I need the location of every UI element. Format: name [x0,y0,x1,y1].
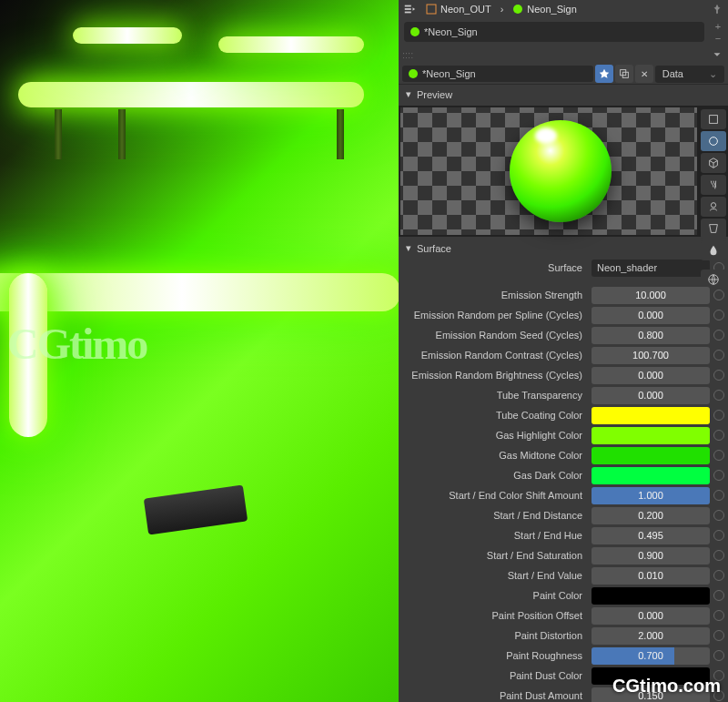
property-row: Emission Random per Spline (Cycles)0.000 [399,305,728,325]
preview-sphere-button[interactable] [701,131,726,151]
property-label: Emission Random Contrast (Cycles) [402,350,588,361]
svg-rect-2 [405,12,411,14]
color-swatch[interactable] [592,467,710,484]
material-preview[interactable] [400,107,697,235]
svg-point-10 [710,137,718,146]
node-socket-icon[interactable] [713,470,724,481]
preview-area [399,106,728,237]
preview-shaderball-button[interactable] [701,197,726,217]
number-field[interactable]: 0.010 [592,567,710,585]
svg-point-4 [513,5,522,14]
property-row: Tube Coating Color [399,405,728,425]
node-socket-icon[interactable] [713,530,724,541]
svg-point-11 [711,203,715,208]
surface-shader-dropdown[interactable]: Neon_shader [592,259,710,277]
slot-specials-icon[interactable] [710,47,724,62]
number-field[interactable]: 0.800 [592,327,710,344]
node-socket-icon[interactable] [713,370,724,381]
svg-rect-0 [405,5,411,7]
preview-cloth-button[interactable] [701,219,726,239]
remove-slot-button[interactable]: − [710,33,726,44]
breadcrumb-material[interactable]: Neon_Sign [507,2,581,16]
node-socket-icon[interactable] [713,310,724,320]
property-label: Start / End Color Shift Amount [402,490,588,501]
node-socket-icon[interactable] [713,510,724,521]
corner-watermark: CGtimo.com [612,676,721,697]
node-socket-icon[interactable] [713,410,724,421]
node-socket-icon[interactable] [713,590,724,601]
property-row: Emission Random Brightness (Cycles)0.000 [399,365,728,385]
property-row: Paint Roughness0.700 [399,646,728,666]
disclosure-down-icon: ▾ [406,88,411,100]
number-field[interactable]: 0.200 [592,507,710,524]
breadcrumb-object[interactable]: Neon_OUT [420,2,497,16]
node-socket-icon[interactable] [713,350,724,361]
property-row: Paint Position Offset0.000 [399,605,728,626]
object-name: Neon_OUT [440,4,491,15]
node-socket-icon[interactable] [713,550,724,561]
color-swatch[interactable] [592,407,710,424]
material-slot[interactable]: *Neon_Sign [404,22,704,42]
property-row: Start / End Saturation0.900 [399,545,728,565]
property-label: Tube Transparency [402,390,588,401]
preview-flat-button[interactable] [701,109,726,129]
node-socket-icon[interactable] [713,330,724,341]
property-label: Emission Random per Spline (Cycles) [402,310,588,320]
number-field[interactable]: 0.900 [592,547,710,565]
surface-section-header[interactable]: ▾ Surface [399,239,728,258]
expand-handle-icon[interactable]: :::: [402,49,413,60]
property-row: Gas Dark Color [399,465,728,485]
fake-user-button[interactable] [595,65,613,83]
property-row: Paint Distortion2.000 [399,626,728,646]
number-field[interactable]: 0.000 [592,367,710,384]
slot-name: *Neon_Sign [424,26,478,37]
preview-fluid-button[interactable] [701,240,726,260]
color-swatch[interactable] [592,447,710,464]
unlink-button[interactable]: ✕ [635,65,653,83]
duplicate-button[interactable] [615,65,633,83]
node-socket-icon[interactable] [713,610,724,621]
property-label: Tube Coating Color [402,410,588,421]
node-socket-icon[interactable] [713,490,724,501]
property-row: Gas Midtone Color [399,445,728,465]
number-field[interactable]: 0.495 [592,527,710,544]
add-slot-button[interactable]: + [710,21,726,32]
link-mode-dropdown[interactable]: Data⌄ [655,66,724,83]
property-label: Gas Highlight Color [402,430,588,441]
number-field[interactable]: 0.700 [592,647,710,665]
property-label: Emission Strength [402,290,588,300]
context-menu-icon[interactable] [402,2,417,16]
number-field[interactable]: 0.000 [592,387,710,404]
number-field[interactable]: 2.000 [592,627,710,645]
preview-label: Preview [417,89,452,100]
number-field[interactable]: 0.000 [592,307,710,324]
preview-hair-button[interactable] [701,175,726,195]
surface-label: Surface [417,243,451,254]
color-swatch[interactable] [592,427,710,444]
number-field[interactable]: 100.700 [592,347,710,364]
property-label: Gas Dark Color [402,470,588,481]
viewport-3d[interactable]: CGtimo [0,0,399,702]
property-label: Start / End Value [402,570,588,581]
preview-section-header[interactable]: ▾ Preview [399,85,728,104]
material-datablock-field[interactable]: *Neon_Sign [402,66,593,82]
pin-icon[interactable] [710,2,724,16]
node-socket-icon[interactable] [713,450,724,461]
node-socket-icon[interactable] [713,570,724,581]
property-label: Start / End Distance [402,510,588,521]
preview-cube-button[interactable] [701,153,726,173]
property-label: Paint Dust Color [402,670,588,681]
node-socket-icon[interactable] [713,430,724,441]
property-row: Start / End Distance0.200 [399,505,728,525]
property-row: Gas Highlight Color [399,425,728,445]
node-socket-icon[interactable] [713,650,724,661]
number-field[interactable]: 1.000 [592,487,710,504]
svg-point-5 [410,27,420,36]
color-swatch[interactable] [592,587,710,605]
node-socket-icon[interactable] [713,390,724,401]
node-socket-icon[interactable] [713,630,724,641]
property-label: Start / End Saturation [402,550,588,561]
number-field[interactable]: 10.000 [592,287,710,304]
number-field[interactable]: 0.000 [592,607,710,625]
property-label: Gas Midtone Color [402,450,588,461]
